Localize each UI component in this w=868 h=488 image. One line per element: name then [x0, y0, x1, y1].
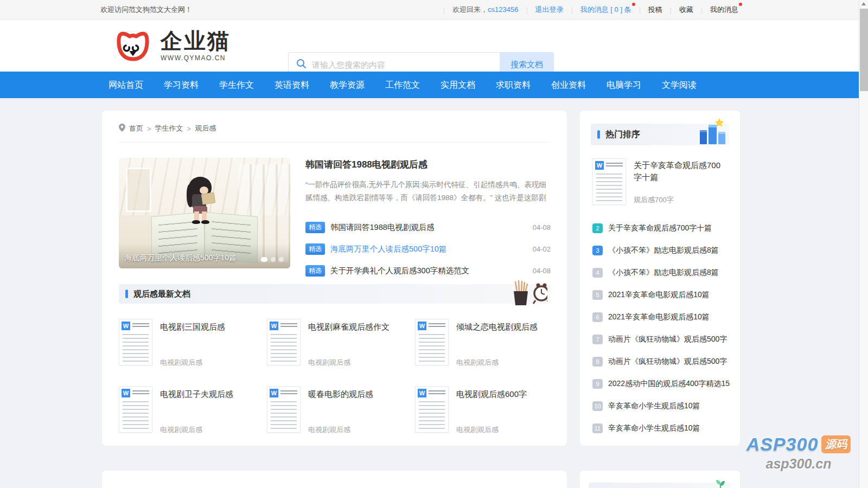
article-row[interactable]: 精选 海底两万里个人读后感500字10篇 04-02 — [305, 238, 551, 260]
rank-row[interactable]: 9 2022感动中国的观后感400字精选15 — [592, 373, 731, 395]
doc-category[interactable]: 电视剧观后感 — [308, 358, 350, 368]
my-messages-link[interactable]: 我的消息 — [710, 5, 738, 15]
nav-item-job-seeking[interactable]: 求职资料 — [496, 72, 551, 98]
article-title[interactable]: 海底两万里个人读后感500字10篇 — [330, 244, 527, 254]
topbar: 欢迎访问范文狗范文大全网！ | 欢迎回来，cs123456 | 退出登录 | 我… — [0, 0, 859, 20]
rank-title[interactable]: 《小孩不笨》励志电影观后感8篇 — [608, 268, 719, 278]
breadcrumb-home[interactable]: 首页 — [129, 124, 143, 133]
rank-title[interactable]: 关于辛亥革命观后感700字十篇 — [608, 223, 712, 233]
doc-title[interactable]: 电视剧观后感600字 — [456, 389, 552, 400]
separator: | — [526, 6, 527, 14]
rank-row[interactable]: 2 关于辛亥革命观后感700字十篇 — [592, 217, 731, 239]
carousel-dot[interactable] — [261, 257, 267, 262]
nav-item-home[interactable]: 网站首页 — [108, 72, 164, 98]
nav-item-literature[interactable]: 文学阅读 — [662, 72, 717, 98]
carousel-dot[interactable] — [279, 257, 284, 262]
rank-title[interactable]: 2021辛亥革命电影观后感10篇 — [608, 312, 710, 322]
rank-title[interactable]: 辛亥革命小学生观后感10篇 — [608, 423, 700, 433]
hot-top-subtitle: 观后感700字 — [634, 195, 674, 205]
featured-carousel[interactable]: 海底两万里个人读后感500字10篇 — [119, 158, 290, 268]
separator: | — [571, 6, 573, 14]
doc-card[interactable]: W 电视剧观后感600字 电视剧观后感 — [415, 386, 552, 438]
carousel-dot[interactable] — [271, 257, 276, 262]
search-input[interactable] — [312, 60, 486, 69]
notification-dot — [739, 3, 742, 6]
doc-thumbnail: W — [267, 386, 301, 433]
rank-title[interactable]: 动画片《疯狂动物城》观后感500字 — [608, 335, 727, 344]
doc-category[interactable]: 电视剧观后感 — [160, 425, 202, 435]
article-title[interactable]: 关于开学典礼个人观后感300字精选范文 — [330, 266, 527, 276]
breadcrumb-category[interactable]: 学生作文 — [155, 124, 183, 133]
nav-item-practical-docs[interactable]: 实用文档 — [441, 72, 496, 98]
nav-item-work-docs[interactable]: 工作范文 — [385, 72, 441, 98]
hot-top-item[interactable]: W 关于辛亥革命观后感700字十篇 观后感700字 — [592, 158, 728, 205]
rank-row[interactable]: 10 辛亥革命小学生观后感10篇 — [592, 395, 731, 417]
article-title[interactable]: 韩国请回答1988电视剧观后感 — [330, 222, 527, 233]
rank-title[interactable]: 《小孩不笨》励志电影观后感8篇 — [608, 246, 719, 255]
featured-badge: 精选 — [305, 243, 325, 255]
nav-item-student-essays[interactable]: 学生作文 — [219, 72, 275, 98]
article-row[interactable]: 精选 韩国请回答1988电视剧观后感 04-08 — [305, 216, 551, 238]
rank-row[interactable]: 11 辛亥革命小学生观后感10篇 — [592, 417, 731, 439]
welcome-text: 欢迎访问范文狗范文大全网！ — [100, 0, 192, 20]
doc-thumbnail: W — [415, 386, 449, 433]
greeting-text: 欢迎回来，cs123456 — [452, 5, 518, 15]
nav-item-english[interactable]: 英语资料 — [275, 72, 330, 98]
nav-item-computer[interactable]: 电脑学习 — [607, 72, 662, 98]
rank-badge: 8 — [592, 357, 603, 367]
rank-badge: 3 — [592, 246, 603, 255]
doc-category[interactable]: 电视剧观后感 — [308, 425, 350, 435]
nav-item-teaching[interactable]: 教学资源 — [330, 72, 385, 98]
hot-top-title[interactable]: 关于辛亥革命观后感700字十篇 — [634, 159, 727, 183]
rank-title[interactable]: 动画片《疯狂动物城》观后感500字 — [608, 357, 727, 367]
rank-row[interactable]: 7 动画片《疯狂动物城》观后感500字 — [592, 328, 731, 350]
rank-row[interactable]: 6 2021辛亥革命电影观后感10篇 — [592, 306, 731, 328]
rank-row[interactable]: 5 2021辛亥革命电影观后感10篇 — [592, 284, 731, 306]
scrollbar-up-arrow-icon[interactable] — [861, 2, 866, 5]
doc-card[interactable]: W 电视剧卫子夫观后感 电视剧观后感 — [119, 386, 256, 438]
username[interactable]: cs123456 — [488, 5, 518, 14]
scrollbar[interactable] — [859, 0, 868, 488]
doc-title[interactable]: 电视剧麻雀观后感作文 — [308, 322, 404, 332]
featured-article-title[interactable]: 韩国请回答1988电视剧观后感 — [305, 158, 551, 171]
rank-row[interactable]: 8 动画片《疯狂动物城》观后感500字 — [592, 350, 731, 373]
site-logo[interactable]: 企业猫 WWW.QYMAO.CN — [113, 28, 231, 65]
favorite-link[interactable]: 收藏 — [679, 5, 693, 15]
rank-badge: 6 — [592, 312, 603, 322]
doc-card[interactable]: W 暖春电影的观后感 电视剧观后感 — [267, 386, 404, 438]
featured-article-excerpt: “一部作品评价很高,无外乎几个原因:揭示时代特征、引起情感共鸣、表现细腻情感、构… — [305, 178, 551, 204]
submit-link[interactable]: 投稿 — [648, 5, 662, 15]
hot-ranking-list: 2 关于辛亥革命观后感700字十篇 3 《小孩不笨》励志电影观后感8篇 4 《小… — [592, 217, 731, 439]
doc-category[interactable]: 电视剧观后感 — [456, 425, 499, 435]
doc-title[interactable]: 电视剧卫子夫观后感 — [160, 389, 256, 400]
latest-section-title: 观后感最新文档 — [133, 289, 190, 299]
word-doc-icon: W — [418, 389, 426, 397]
doc-card[interactable]: W 电视剧三国观后感 电视剧观后感 — [119, 319, 256, 371]
doc-title[interactable]: 倾城之恋电视剧观后感 — [456, 322, 552, 332]
search-icon — [296, 59, 307, 71]
rank-badge: 5 — [592, 290, 603, 300]
nav-item-study-materials[interactable]: 学习资料 — [164, 72, 219, 98]
doc-card[interactable]: W 倾城之恋电视剧观后感 电视剧观后感 — [415, 319, 552, 371]
doc-title[interactable]: 暖春电影的观后感 — [308, 389, 404, 400]
carousel-dots — [261, 257, 284, 262]
logo-text: 企业猫 — [161, 28, 231, 53]
rank-row[interactable]: 4 《小孩不笨》励志电影观后感8篇 — [592, 261, 731, 284]
rank-badge: 11 — [592, 423, 603, 433]
rank-title[interactable]: 2021辛亥革命电影观后感10篇 — [608, 290, 710, 300]
doc-category[interactable]: 电视剧观后感 — [456, 358, 499, 368]
article-row[interactable]: 精选 关于开学典礼个人观后感300字精选范文 04-08 — [305, 260, 551, 281]
rank-title[interactable]: 辛亥革命小学生观后感10篇 — [608, 401, 700, 411]
doc-title[interactable]: 电视剧三国观后感 — [160, 322, 256, 332]
site-header: 企业猫 WWW.QYMAO.CN 搜索文档 — [0, 20, 859, 72]
scrollbar-thumb[interactable] — [860, 9, 868, 91]
doc-thumbnail: W — [119, 319, 152, 365]
notification-dot — [632, 3, 635, 6]
nav-item-startup[interactable]: 创业资料 — [551, 72, 607, 98]
rank-title[interactable]: 2022感动中国的观后感400字精选15 — [608, 379, 730, 389]
doc-card[interactable]: W 电视剧麻雀观后感作文 电视剧观后感 — [267, 319, 404, 371]
rank-row[interactable]: 3 《小孩不笨》励志电影观后感8篇 — [592, 239, 731, 261]
doc-category[interactable]: 电视剧观后感 — [160, 358, 202, 368]
messages-link[interactable]: 我的消息 [ 0 ] 条 — [580, 5, 631, 15]
logout-link[interactable]: 退出登录 — [535, 5, 564, 15]
